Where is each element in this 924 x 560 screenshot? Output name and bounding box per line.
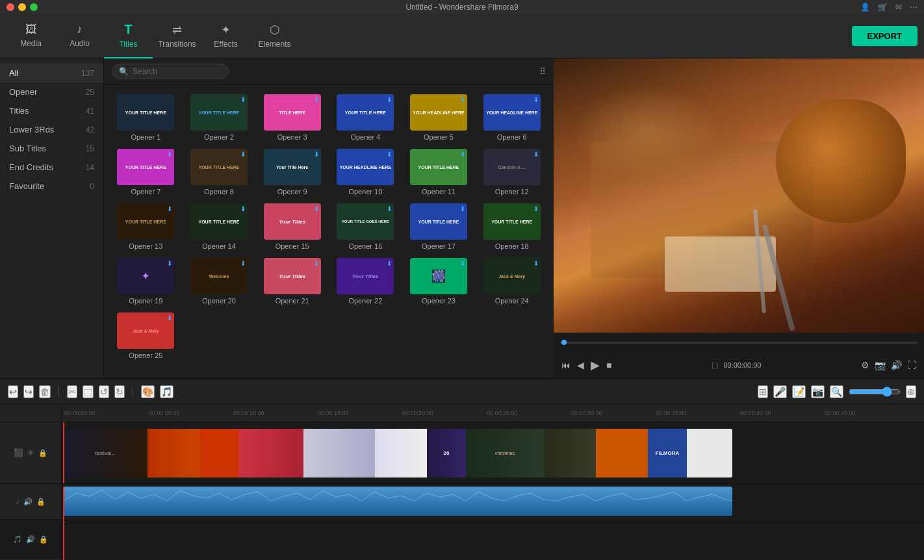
clip-pink1[interactable] [238, 429, 303, 477]
list-item[interactable]: TITLE HERE ⬇ Opener 3 [255, 90, 329, 145]
list-item[interactable]: YOUR HEADLINE HERE ⬇ Opener 10 [329, 145, 402, 199]
sidebar-item-opener[interactable]: Opener 25 [0, 83, 103, 101]
clip-white1[interactable] [375, 429, 427, 477]
volume-icon[interactable]: 🔊 [891, 360, 902, 370]
grid-view-icon[interactable]: ⠿ [539, 66, 546, 77]
list-item[interactable]: 🎆 ⬇ Opener 23 [402, 254, 476, 309]
eye-icon[interactable]: 👁 [27, 449, 34, 457]
list-item[interactable]: YOUR HEADLINE HERE ⬇ Opener 5 [402, 90, 476, 145]
clip-festival[interactable]: festival... [63, 429, 148, 477]
play-button[interactable]: ▶ [591, 358, 600, 372]
download-icon: ⬇ [387, 151, 392, 158]
list-item[interactable]: Cancion & ... ⬇ Opener 12 [475, 145, 548, 199]
list-item[interactable]: ✦ ⬇ Opener 19 [109, 254, 183, 309]
screenshot-icon[interactable]: 📷 [875, 360, 886, 370]
close-button[interactable] [6, 3, 14, 11]
list-item[interactable]: YOUR TITLE HERE ⬇ Opener 13 [109, 199, 183, 254]
export-button[interactable]: EXPORT [852, 26, 918, 46]
ruler-marks: 00:00:00:00 00:00:05:00 00:00:10:00 00:0… [64, 410, 921, 416]
svg-rect-0 [63, 487, 732, 516]
clip-dark1[interactable]: 20 [427, 429, 466, 477]
tab-media[interactable]: 🖼 Media [6, 14, 55, 58]
delete-button[interactable]: 🗑 [39, 385, 51, 398]
tab-media-label: Media [20, 39, 42, 48]
zoom-out-button[interactable]: 🔍 [830, 385, 843, 398]
list-item[interactable]: Your Title Here ⬇ Opener 9 [255, 145, 329, 199]
effects-icon: ✦ [221, 23, 231, 37]
list-item[interactable]: YOUR TITLE HERE ⬇ Opener 18 [475, 199, 548, 254]
clip-gray1[interactable] [303, 429, 375, 477]
list-item[interactable]: Your Titles ⬇ Opener 15 [255, 199, 329, 254]
thumb-opener23: 🎆 ⬇ [410, 258, 467, 294]
list-item[interactable]: YOUR TITLE HERE ⬇ Opener 8 [183, 145, 256, 199]
lock-icon[interactable]: 🔒 [38, 449, 47, 457]
list-item[interactable]: YOUR TITLE HERE ⬇ Opener 7 [109, 145, 183, 199]
maximize-button[interactable] [30, 3, 38, 11]
list-item[interactable]: Welcome ⬇ Opener 20 [183, 254, 256, 309]
list-item[interactable]: YOUR TITLE HERE Opener 1 [109, 90, 183, 145]
tab-effects[interactable]: ✦ Effects [201, 14, 250, 58]
add-track-button[interactable]: ⊞ [758, 385, 768, 398]
clip-dark2[interactable] [544, 429, 596, 477]
clip-light1[interactable] [687, 429, 732, 477]
more-icon[interactable]: ⋯ [910, 3, 918, 12]
list-item[interactable]: YOUR TITLE HERE ⬇ Opener 11 [402, 145, 476, 199]
snapshot-button[interactable]: 📷 [811, 385, 825, 398]
sidebar-item-all[interactable]: All 137 [0, 64, 103, 83]
list-item[interactable]: YOUR TITLE HERE ⬇ Opener 14 [183, 199, 256, 254]
fullscreen-icon[interactable]: ⛶ [907, 360, 916, 370]
rotate-right-button[interactable]: ↻ [114, 385, 125, 398]
list-item[interactable]: YOUR TITLE HERE ⬇ Opener 4 [329, 90, 402, 145]
cart-icon[interactable]: 🛒 [878, 3, 888, 12]
list-item[interactable]: Jack & Mary ⬇ Opener 24 [475, 254, 548, 309]
music-lock-icon[interactable]: 🔒 [39, 535, 48, 544]
clip-food1[interactable] [148, 429, 199, 477]
undo-button[interactable]: ↩ [8, 385, 18, 398]
audio-button[interactable]: 🎵 [160, 385, 173, 398]
tab-transitions[interactable]: ⇌ Transitions [153, 14, 201, 58]
frame-back-button[interactable]: ◀ [577, 360, 584, 370]
settings-icon[interactable]: ⚙ [861, 360, 869, 370]
thumb-opener25: Jack & Mary ⬇ [117, 312, 174, 349]
zoom-in-button[interactable]: ⊕ [906, 385, 916, 398]
sidebar-item-lower3rds[interactable]: Lower 3Rds 42 [0, 120, 103, 139]
list-item[interactable]: YOUR TITLE GOES HERE ⬇ Opener 16 [329, 199, 402, 254]
clip-filmora[interactable]: FILMORA [648, 429, 687, 477]
tab-titles[interactable]: T Titles [104, 14, 153, 58]
mail-icon[interactable]: ✉ [895, 3, 902, 12]
audio-eye-icon[interactable]: 🔊 [23, 498, 32, 506]
crop-button[interactable]: ⬚ [83, 385, 94, 398]
list-item[interactable]: YOUR TITLE HERE ⬇ Opener 2 [183, 90, 256, 145]
redo-button[interactable]: ↪ [23, 385, 34, 398]
zoom-slider[interactable] [849, 387, 901, 397]
clip-red1[interactable] [199, 429, 238, 477]
clip-christmas[interactable]: christmas [466, 429, 544, 477]
sidebar-item-subtitles[interactable]: Sub Titles 15 [0, 139, 103, 158]
list-item[interactable]: Your Titles ⬇ Opener 21 [255, 254, 329, 309]
music-volume-icon[interactable]: 🔊 [26, 535, 35, 544]
tab-elements[interactable]: ⬡ Elements [250, 14, 299, 58]
sidebar-item-endcredits[interactable]: End Credits 14 [0, 158, 103, 177]
search-input[interactable] [133, 67, 222, 76]
voiceover-button[interactable]: 📝 [792, 385, 806, 398]
thumb-opener7: YOUR TITLE HERE ⬇ [117, 149, 174, 185]
list-item[interactable]: Jack & Mary ⬇ Opener 25 [109, 309, 183, 363]
mic-button[interactable]: 🎤 [773, 385, 787, 398]
color-button[interactable]: 🎨 [141, 385, 155, 398]
list-item[interactable]: YOUR TITLE HERE ⬇ Opener 17 [402, 199, 476, 254]
cut-button[interactable]: ✂ [67, 385, 77, 398]
sidebar-item-favourite[interactable]: Favourite 0 [0, 177, 103, 196]
stop-button[interactable]: ■ [606, 360, 611, 370]
minimize-button[interactable] [18, 3, 26, 11]
audio-lock-icon[interactable]: 🔒 [36, 498, 45, 506]
skip-back-button[interactable]: ⏮ [561, 360, 571, 370]
clip-orange1[interactable] [596, 429, 648, 477]
search-box[interactable]: 🔍 [112, 64, 229, 79]
list-item[interactable]: Your Titles ⬇ Opener 22 [329, 254, 402, 309]
sidebar-item-titles[interactable]: Titles 41 [0, 101, 103, 120]
rotate-left-button[interactable]: ↺ [99, 385, 109, 398]
user-icon[interactable]: 👤 [860, 3, 870, 12]
download-icon: ⬇ [314, 96, 319, 103]
list-item[interactable]: YOUR HEADLINE HERE ⬇ Opener 6 [475, 90, 548, 145]
tab-audio[interactable]: ♪ Audio [55, 14, 104, 58]
